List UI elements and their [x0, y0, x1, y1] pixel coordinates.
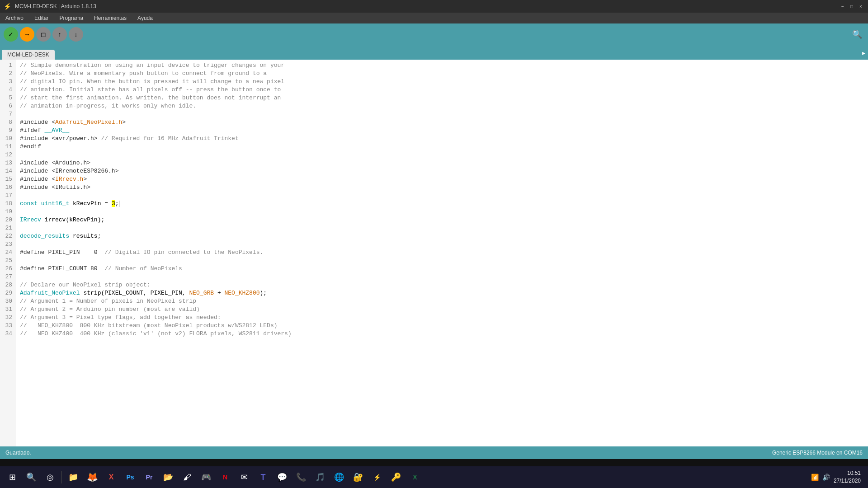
statusbar: Guardado. Generic ESP8266 Module en COM1…: [0, 446, 868, 459]
taskbar-whatsapp[interactable]: 📞: [292, 469, 310, 486]
menu-programa[interactable]: Programa: [57, 14, 85, 22]
taskbar-coreldraw[interactable]: X: [103, 469, 120, 486]
active-tab[interactable]: MCM-LED-DESK: [2, 50, 55, 60]
code-text[interactable]: // Simple demonstration on using an inpu…: [16, 60, 868, 446]
search-button[interactable]: 🔍: [23, 469, 40, 486]
task-view-button[interactable]: ◎: [42, 469, 59, 486]
taskbar-netflix[interactable]: N: [217, 469, 234, 486]
taskbar-photoshop[interactable]: Ps: [122, 469, 139, 486]
taskbar-right: 📶 🔊 10:51 27/11/2020: [811, 469, 864, 485]
taskbar-arduino[interactable]: ⚡: [368, 469, 386, 486]
taskbar-premiere[interactable]: Pr: [141, 469, 158, 486]
clock-time: 10:51: [834, 469, 861, 477]
network-icon[interactable]: 📶: [811, 474, 819, 481]
taskbar-firefox[interactable]: 🦊: [84, 469, 101, 486]
maximize-button[interactable]: □: [848, 3, 855, 10]
tab-arrow[interactable]: ▸: [861, 48, 866, 60]
window-title: MCM-LED-DESK | Arduino 1.8.13: [15, 3, 96, 9]
taskbar-explorer[interactable]: 📁: [65, 469, 82, 486]
open-button[interactable]: ↑: [52, 27, 67, 42]
code-container: 12345 678910 1112131415 1617181920 21222…: [0, 60, 868, 446]
taskbar-teams[interactable]: T: [255, 469, 272, 486]
titlebar-left: ⚡ MCM-LED-DESK | Arduino 1.8.13: [4, 3, 96, 10]
new-button[interactable]: ◻: [36, 27, 51, 42]
toolbar: ✓ → ◻ ↑ ↓ 🔍: [0, 23, 868, 45]
taskbar-spotify[interactable]: 🎵: [311, 469, 329, 486]
windows-taskbar: ⊞ 🔍 ◎ 📁 🦊 X Ps Pr 📂 🖌 🎮 N ✉ T 💬 📞 🎵 🌐 🔐 …: [0, 466, 868, 488]
app-icon: ⚡: [4, 3, 11, 10]
taskbar-gold[interactable]: 🔑: [387, 469, 405, 486]
taskbar-outlook[interactable]: ✉: [236, 469, 253, 486]
taskbar-divider: [61, 471, 62, 483]
serial-monitor-icon[interactable]: 🔍: [850, 27, 864, 42]
line-numbers: 12345 678910 1112131415 1617181920 21222…: [0, 60, 16, 446]
volume-icon[interactable]: 🔊: [822, 474, 830, 481]
tabbar: MCM-LED-DESK ▸: [0, 45, 868, 60]
menu-ayuda[interactable]: Ayuda: [136, 14, 155, 22]
titlebar: ⚡ MCM-LED-DESK | Arduino 1.8.13 − □ ×: [0, 0, 868, 13]
taskbar-paint[interactable]: 🖌: [179, 469, 196, 486]
start-button[interactable]: ⊞: [4, 469, 21, 486]
taskbar-excel[interactable]: X: [406, 469, 424, 486]
system-clock[interactable]: 10:51 27/11/2020: [834, 469, 861, 485]
titlebar-controls: − □ ×: [839, 3, 864, 10]
close-button[interactable]: ×: [857, 3, 864, 10]
code-editor[interactable]: 12345 678910 1112131415 1617181920 21222…: [0, 60, 868, 446]
taskbar-game[interactable]: 🎮: [198, 469, 215, 486]
upload-button[interactable]: →: [20, 27, 34, 42]
taskbar-vpn[interactable]: 🔐: [349, 469, 367, 486]
clock-date: 27/11/2020: [834, 477, 861, 485]
menu-archivo[interactable]: Archivo: [4, 14, 25, 22]
status-text: Guardado.: [5, 450, 31, 456]
minimize-button[interactable]: −: [839, 3, 846, 10]
taskbar-line[interactable]: 💬: [274, 469, 291, 486]
save-button[interactable]: ↓: [69, 27, 83, 42]
taskbar-folder2[interactable]: 📂: [160, 469, 177, 486]
menu-herramientas[interactable]: Herramientas: [92, 14, 128, 22]
verify-button[interactable]: ✓: [4, 27, 18, 42]
board-info: Generic ESP8266 Module en COM16: [772, 450, 863, 456]
menu-editar[interactable]: Editar: [33, 14, 50, 22]
menubar: Archivo Editar Programa Herramientas Ayu…: [0, 13, 868, 23]
taskbar-chrome[interactable]: 🌐: [330, 469, 348, 486]
